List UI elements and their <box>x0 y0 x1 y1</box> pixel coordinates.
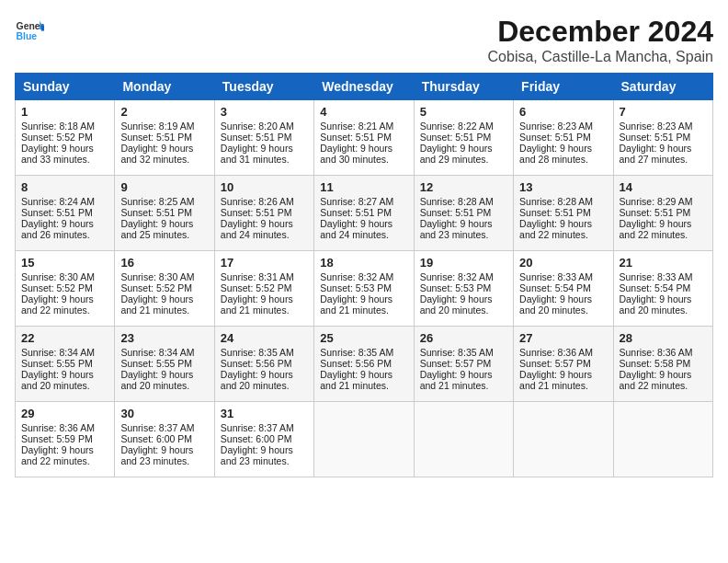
day-number: 28 <box>620 331 707 345</box>
sunrise-label: Sunrise: 8:18 AM <box>21 121 95 132</box>
daylight-label: Daylight: 9 hours and 21 minutes. <box>519 369 592 391</box>
daylight-label: Daylight: 9 hours and 22 minutes. <box>21 444 94 466</box>
day-number: 6 <box>519 105 607 119</box>
sunset-label: Sunset: 5:51 PM <box>420 207 492 218</box>
day-header-sunday: Sunday <box>16 74 115 100</box>
calendar-cell <box>613 402 712 477</box>
svg-marker-3 <box>41 25 44 30</box>
month-title: December 2024 <box>488 15 713 49</box>
sunrise-label: Sunrise: 8:35 AM <box>221 347 294 358</box>
day-number: 12 <box>420 180 507 194</box>
day-number: 21 <box>620 256 707 270</box>
sunset-label: Sunset: 5:58 PM <box>620 358 691 369</box>
calendar-cell <box>414 402 513 477</box>
sunrise-label: Sunrise: 8:30 AM <box>120 271 194 282</box>
svg-text:Blue: Blue <box>17 31 38 41</box>
daylight-label: Daylight: 9 hours and 23 minutes. <box>120 444 193 466</box>
sunrise-label: Sunrise: 8:29 AM <box>620 196 693 207</box>
daylight-label: Daylight: 9 hours and 29 minutes. <box>420 143 493 165</box>
day-number: 19 <box>420 256 507 270</box>
sunset-label: Sunset: 5:54 PM <box>620 282 691 293</box>
sunrise-label: Sunrise: 8:22 AM <box>420 121 494 132</box>
day-header-monday: Monday <box>115 74 214 100</box>
logo: General Blue <box>15 15 44 44</box>
sunrise-label: Sunrise: 8:33 AM <box>620 271 693 282</box>
sunrise-label: Sunrise: 8:20 AM <box>221 121 294 132</box>
calendar-cell <box>514 402 613 477</box>
calendar-header-row: SundayMondayTuesdayWednesdayThursdayFrid… <box>16 74 713 100</box>
sunset-label: Sunset: 5:51 PM <box>519 207 591 218</box>
daylight-label: Daylight: 9 hours and 22 minutes. <box>620 369 692 391</box>
day-number: 25 <box>320 331 407 345</box>
calendar-cell: 27 Sunrise: 8:36 AM Sunset: 5:57 PM Dayl… <box>514 327 613 402</box>
sunrise-label: Sunrise: 8:24 AM <box>21 196 95 207</box>
sunrise-label: Sunrise: 8:28 AM <box>519 196 593 207</box>
sunrise-label: Sunrise: 8:35 AM <box>320 347 393 358</box>
logo-icon: General Blue <box>15 15 44 44</box>
day-header-friday: Friday <box>514 74 613 100</box>
day-number: 27 <box>519 331 607 345</box>
daylight-label: Daylight: 9 hours and 25 minutes. <box>120 218 193 240</box>
calendar-cell: 20 Sunrise: 8:33 AM Sunset: 5:54 PM Dayl… <box>514 251 613 327</box>
day-number: 17 <box>221 256 308 270</box>
sunrise-label: Sunrise: 8:33 AM <box>519 271 593 282</box>
day-number: 18 <box>320 256 407 270</box>
sunrise-label: Sunrise: 8:30 AM <box>21 271 95 282</box>
sunset-label: Sunset: 5:56 PM <box>221 358 292 369</box>
sunrise-label: Sunrise: 8:32 AM <box>320 271 393 282</box>
calendar-cell: 26 Sunrise: 8:35 AM Sunset: 5:57 PM Dayl… <box>414 327 513 402</box>
calendar-table: SundayMondayTuesdayWednesdayThursdayFrid… <box>15 73 713 477</box>
sunset-label: Sunset: 5:52 PM <box>21 132 93 143</box>
day-number: 10 <box>221 180 308 194</box>
sunrise-label: Sunrise: 8:36 AM <box>620 347 693 358</box>
day-number: 2 <box>120 105 208 119</box>
sunset-label: Sunset: 5:55 PM <box>21 358 93 369</box>
day-number: 13 <box>519 180 607 194</box>
daylight-label: Daylight: 9 hours and 21 minutes. <box>120 293 193 316</box>
sunset-label: Sunset: 5:51 PM <box>221 207 292 218</box>
calendar-cell: 19 Sunrise: 8:32 AM Sunset: 5:53 PM Dayl… <box>414 251 513 327</box>
daylight-label: Daylight: 9 hours and 31 minutes. <box>221 143 293 165</box>
calendar-cell: 14 Sunrise: 8:29 AM Sunset: 5:51 PM Dayl… <box>613 176 712 251</box>
sunset-label: Sunset: 5:51 PM <box>320 207 392 218</box>
day-number: 16 <box>120 256 208 270</box>
calendar-cell: 6 Sunrise: 8:23 AM Sunset: 5:51 PM Dayli… <box>514 100 613 176</box>
sunset-label: Sunset: 5:51 PM <box>620 207 691 218</box>
sunrise-label: Sunrise: 8:32 AM <box>420 271 494 282</box>
sunrise-label: Sunrise: 8:37 AM <box>120 422 194 433</box>
day-header-tuesday: Tuesday <box>214 74 313 100</box>
calendar-cell: 10 Sunrise: 8:26 AM Sunset: 5:51 PM Dayl… <box>214 176 313 251</box>
calendar-cell: 15 Sunrise: 8:30 AM Sunset: 5:52 PM Dayl… <box>16 251 115 327</box>
sunset-label: Sunset: 5:55 PM <box>120 358 192 369</box>
sunrise-label: Sunrise: 8:26 AM <box>221 196 294 207</box>
sunset-label: Sunset: 5:52 PM <box>21 282 93 293</box>
daylight-label: Daylight: 9 hours and 22 minutes. <box>21 293 94 316</box>
day-number: 31 <box>221 407 308 420</box>
daylight-label: Daylight: 9 hours and 30 minutes. <box>320 143 392 165</box>
daylight-label: Daylight: 9 hours and 22 minutes. <box>519 218 592 240</box>
calendar-body: 1 Sunrise: 8:18 AM Sunset: 5:52 PM Dayli… <box>16 100 713 477</box>
day-number: 22 <box>21 331 108 345</box>
location-title: Cobisa, Castille-La Mancha, Spain <box>488 49 713 65</box>
day-header-saturday: Saturday <box>613 74 712 100</box>
daylight-label: Daylight: 9 hours and 20 minutes. <box>519 293 592 316</box>
week-row-5: 29 Sunrise: 8:36 AM Sunset: 5:59 PM Dayl… <box>16 402 713 477</box>
sunset-label: Sunset: 5:51 PM <box>120 132 192 143</box>
sunrise-label: Sunrise: 8:28 AM <box>420 196 494 207</box>
daylight-label: Daylight: 9 hours and 21 minutes. <box>320 369 392 391</box>
day-number: 30 <box>120 407 208 420</box>
sunrise-label: Sunrise: 8:23 AM <box>620 121 693 132</box>
daylight-label: Daylight: 9 hours and 32 minutes. <box>120 143 193 165</box>
calendar-cell: 17 Sunrise: 8:31 AM Sunset: 5:52 PM Dayl… <box>214 251 313 327</box>
daylight-label: Daylight: 9 hours and 20 minutes. <box>21 369 94 391</box>
daylight-label: Daylight: 9 hours and 26 minutes. <box>21 218 94 240</box>
day-number: 14 <box>620 180 707 194</box>
daylight-label: Daylight: 9 hours and 23 minutes. <box>420 218 493 240</box>
sunset-label: Sunset: 5:51 PM <box>420 132 492 143</box>
day-number: 15 <box>21 256 108 270</box>
sunrise-label: Sunrise: 8:19 AM <box>120 121 194 132</box>
daylight-label: Daylight: 9 hours and 27 minutes. <box>620 143 692 165</box>
sunset-label: Sunset: 5:52 PM <box>221 282 292 293</box>
sunset-label: Sunset: 6:00 PM <box>221 433 292 444</box>
calendar-cell: 8 Sunrise: 8:24 AM Sunset: 5:51 PM Dayli… <box>16 176 115 251</box>
